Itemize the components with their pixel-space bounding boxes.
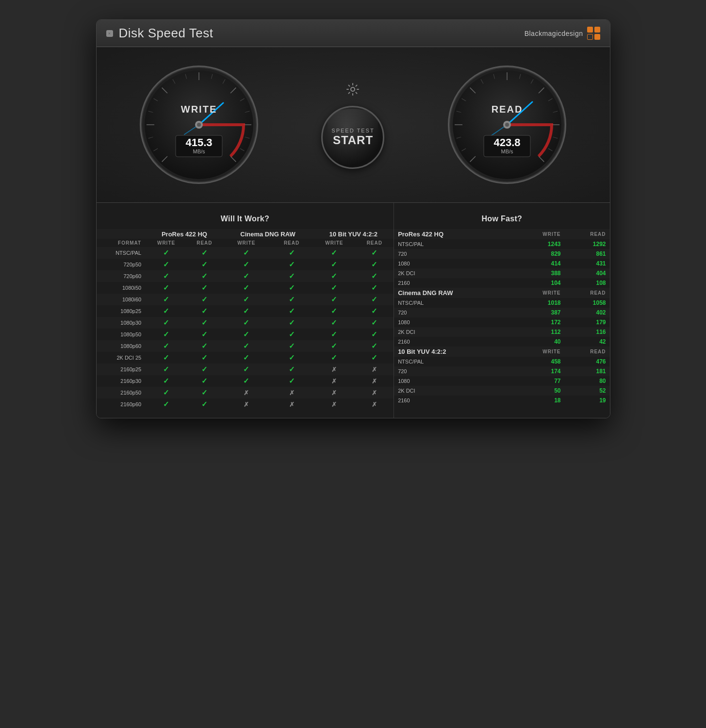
start-button[interactable]: SPEED TEST START [321, 106, 384, 169]
hf-read-value: 402 [564, 308, 609, 317]
hf-write-header: WRITE [515, 347, 564, 357]
check-mark: ✓ [371, 318, 378, 327]
wiw-col-dng: Cinema DNG RAW [223, 229, 313, 239]
row-label: 2160p30 [97, 375, 147, 387]
will-it-work-table: ProRes 422 HQ Cinema DNG RAW 10 Bit YUV … [97, 229, 394, 410]
wiw-col-prores: ProRes 422 HQ [146, 229, 223, 239]
check-mark: ✓ [289, 248, 295, 257]
svg-text:MB/s: MB/s [501, 149, 514, 154]
read-gauge-svg: READ 423.8 MB/s [444, 62, 570, 188]
list-item: 1080 77 80 [394, 376, 609, 386]
hf-row-label: 1080 [394, 259, 515, 268]
row-label: 1080p25 [97, 305, 147, 317]
check-mark: ✓ [201, 307, 208, 315]
check-mark: ✓ [331, 295, 337, 303]
check-mark: ✓ [331, 283, 337, 292]
write-gauge-svg: WRITE 415.3 MB/s [136, 62, 262, 188]
app-window: × Disk Speed Test Blackmagicdesign [96, 19, 610, 418]
check-mark: ✓ [163, 330, 169, 338]
hf-write-value: 458 [515, 357, 564, 366]
check-mark: ✓ [289, 260, 295, 268]
start-label-top: SPEED TEST [331, 128, 374, 133]
row-label: 2160p25 [97, 364, 147, 375]
check-mark: ✓ [243, 248, 249, 257]
row-label: 720p50 [97, 259, 147, 270]
check-mark: ✓ [163, 260, 169, 268]
check-mark: ✓ [243, 342, 249, 350]
tables-section: Will It Work? ProRes 422 HQ Cinema DNG R… [97, 203, 610, 418]
yuv-read-header: READ [355, 239, 394, 247]
check-mark: ✓ [371, 307, 378, 315]
check-mark: ✓ [289, 283, 295, 292]
cross-mark: ✗ [289, 389, 295, 397]
cross-mark: ✗ [372, 401, 377, 408]
check-mark: ✓ [289, 353, 295, 362]
brand-icon [587, 27, 600, 40]
hf-read-value: 476 [564, 357, 609, 366]
check-mark: ✓ [163, 377, 169, 385]
row-label: 2160p50 [97, 387, 147, 398]
check-mark: ✓ [289, 377, 295, 385]
check-mark: ✓ [331, 260, 337, 268]
yuv-write-header: WRITE [313, 239, 355, 247]
how-fast-panel: How Fast? ProRes 422 HQ WRITE READ NTSC/… [394, 203, 609, 418]
brand-square-2 [594, 27, 600, 33]
hf-write-header: WRITE [515, 288, 564, 298]
table-row: 2160p30 ✓ ✓ ✓ ✓ ✗ ✗ [97, 375, 394, 387]
table-row: 2160p50 ✓ ✓ ✗ ✗ ✗ ✗ [97, 387, 394, 398]
hf-write-value: 387 [515, 308, 564, 317]
hf-write-value: 829 [515, 249, 564, 259]
prores-read-header: READ [186, 239, 223, 247]
check-mark: ✓ [331, 248, 337, 257]
check-mark: ✓ [163, 283, 169, 292]
hf-row-label: 2160 [394, 278, 515, 288]
svg-text:READ: READ [492, 104, 523, 115]
close-button[interactable]: × [106, 30, 113, 37]
row-label: 1080p30 [97, 317, 147, 329]
check-mark: ✓ [163, 295, 169, 303]
hf-read-value: 19 [564, 396, 609, 405]
hf-write-value: 1018 [515, 298, 564, 308]
check-mark: ✓ [201, 260, 208, 268]
svg-text:MB/s: MB/s [193, 149, 205, 154]
brand-square-1 [587, 27, 593, 33]
brand-name: Blackmagicdesign [525, 30, 583, 37]
dng-read-header: READ [270, 239, 313, 247]
hf-row-label: NTSC/PAL [394, 357, 515, 366]
hf-write-value: 414 [515, 259, 564, 268]
hf-read-value: 1292 [564, 239, 609, 249]
brand-square-3 [587, 34, 593, 40]
check-mark: ✓ [289, 365, 295, 373]
check-mark: ✓ [331, 342, 337, 350]
row-label: NTSC/PAL [97, 247, 147, 259]
check-mark: ✓ [163, 400, 169, 408]
check-mark: ✓ [371, 342, 378, 350]
table-row: 720p60 ✓ ✓ ✓ ✓ ✓ ✓ [97, 270, 394, 282]
check-mark: ✓ [201, 388, 208, 397]
check-mark: ✓ [243, 272, 249, 280]
hf-read-header: READ [564, 347, 609, 357]
hf-write-value: 18 [515, 396, 564, 405]
dng-write-header: WRITE [223, 239, 270, 247]
row-label: 1080p50 [97, 329, 147, 340]
table-row: 1080p60 ✓ ✓ ✓ ✓ ✓ ✓ [97, 340, 394, 352]
write-gauge-container: WRITE 415.3 MB/s [136, 62, 262, 188]
check-mark: ✓ [201, 377, 208, 385]
cross-mark: ✗ [244, 401, 249, 408]
table-row: 2160p60 ✓ ✓ ✗ ✗ ✗ ✗ [97, 398, 394, 410]
check-mark: ✓ [371, 260, 378, 268]
read-gauge-container: READ 423.8 MB/s [444, 62, 570, 188]
check-mark: ✓ [289, 295, 295, 303]
settings-button[interactable] [344, 81, 361, 98]
row-label: 720p60 [97, 270, 147, 282]
list-item: NTSC/PAL 1243 1292 [394, 239, 609, 249]
gauge-section: WRITE 415.3 MB/s SPEED TEST START [97, 47, 610, 203]
check-mark: ✓ [289, 342, 295, 350]
check-mark: ✓ [163, 307, 169, 315]
check-mark: ✓ [371, 272, 378, 280]
hf-group-header-row: Cinema DNG RAW WRITE READ [394, 288, 609, 298]
row-label: 1080p60 [97, 340, 147, 352]
hf-row-label: 2160 [394, 337, 515, 347]
list-item: 2K DCI 50 52 [394, 386, 609, 396]
check-mark: ✓ [243, 260, 249, 268]
